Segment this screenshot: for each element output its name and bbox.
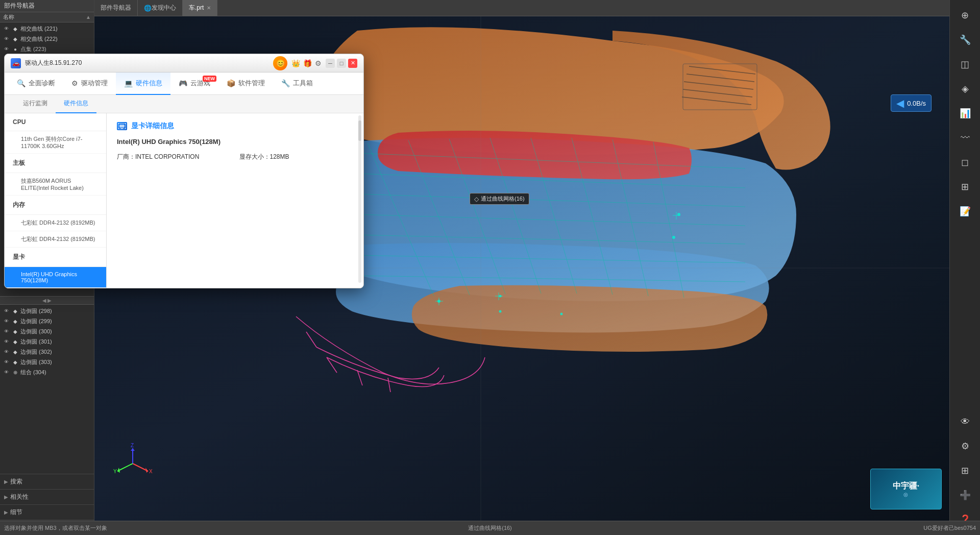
hw-ram-item-2[interactable]: 七彩虹 DDR4-2132 (8192MB) bbox=[5, 231, 106, 248]
nav-diagnosis[interactable]: 🔍 全面诊断 bbox=[9, 72, 63, 95]
svg-marker-45 bbox=[131, 448, 135, 451]
tree-item-303[interactable]: 👁 ◆ 边倒圆 (303) bbox=[0, 357, 94, 367]
nav-driver-mgmt[interactable]: ⚙ 驱动管理 bbox=[63, 72, 116, 95]
subtab-label: 硬件信息 bbox=[64, 99, 88, 108]
manufacturer-row: 厂商：INTEL CORPORATION bbox=[117, 153, 231, 161]
tree-item-label: 边倒圆 (298) bbox=[20, 307, 52, 315]
nav-label: 软件管理 bbox=[238, 79, 265, 88]
nav-cloud-game[interactable]: 🎮 云游戏 NEW bbox=[170, 72, 218, 95]
settings-icon[interactable]: ⚙ bbox=[315, 59, 322, 67]
toolbar-btn-settings[interactable]: ⚙ bbox=[954, 435, 976, 457]
nav-software[interactable]: 📦 软件管理 bbox=[218, 72, 273, 95]
visibility-icon: 👁 bbox=[2, 45, 10, 53]
sidebar-title: 部件导航器 bbox=[4, 2, 35, 10]
maximize-button[interactable]: □ bbox=[337, 59, 346, 68]
toolbar-btn-9[interactable]: 📝 bbox=[954, 200, 976, 223]
nav-label: 驱动管理 bbox=[81, 79, 108, 88]
visibility-icon: 👁 bbox=[2, 25, 10, 33]
tab-parts-navigator[interactable]: 部件导航器 bbox=[94, 0, 138, 16]
toolbar-btn-7[interactable]: ◻ bbox=[954, 151, 976, 174]
speed-value: 0.0B/s bbox=[907, 100, 926, 107]
tab-close-icon[interactable]: ✕ bbox=[207, 5, 211, 11]
hardware-icon: 💻 bbox=[124, 79, 133, 87]
toolbar-btn-add[interactable]: ➕ bbox=[954, 484, 976, 506]
toolbar-btn-4[interactable]: ◈ bbox=[954, 78, 976, 100]
toolbar-btn-eye[interactable]: 👁 bbox=[954, 410, 976, 433]
tree-item-298[interactable]: 👁 ◆ 边倒圆 (298) bbox=[0, 306, 94, 316]
user-avatar[interactable]: 😊 bbox=[273, 56, 287, 70]
driver-navbar: 🔍 全面诊断 ⚙ 驱动管理 💻 硬件信息 🎮 云游戏 NEW 📦 软件管理 🔧 … bbox=[5, 72, 363, 95]
hw-mobo-value: 技嘉B560M AORUS ELITE(Intel Rocket Lake) bbox=[21, 178, 84, 191]
toolbar-btn-3[interactable]: ◫ bbox=[954, 53, 976, 76]
detail-scrollbar[interactable] bbox=[358, 115, 361, 283]
gift-icon[interactable]: 🎁 bbox=[303, 59, 312, 67]
tree-item-label: 边倒圆 (303) bbox=[20, 358, 52, 366]
tree-item-301[interactable]: 👁 ◆ 边倒圆 (301) bbox=[0, 336, 94, 347]
visibility-icon: 👁 bbox=[2, 307, 10, 315]
user-icons: 👑 🎁 ⚙ bbox=[291, 59, 322, 67]
expand-icon: ◆ bbox=[11, 35, 19, 43]
sidebar-header: 部件导航器 bbox=[0, 0, 94, 12]
tree-item-label: 边倒圆 (301) bbox=[20, 338, 52, 346]
scene-tooltip: ◇ 通过曲线网格(16) bbox=[470, 193, 529, 205]
tree-item-0[interactable]: 👁 ◆ 相交曲线 (221) bbox=[0, 23, 94, 34]
svg-text:Z: Z bbox=[131, 443, 134, 448]
coordinate-axes: X Y Z bbox=[112, 443, 153, 484]
svg-point-23 bbox=[499, 310, 502, 313]
hw-gpu[interactable]: 显卡 bbox=[5, 248, 106, 267]
scroll-indicator[interactable]: ◀ ▶ bbox=[42, 298, 52, 303]
toolbar-btn-6[interactable]: 〰 bbox=[954, 127, 976, 149]
expand-icon: ◆ bbox=[11, 358, 19, 366]
status-center-text: 通过曲线网格(16) bbox=[328, 524, 652, 532]
visibility-icon: 👁 bbox=[2, 337, 10, 346]
subtab-hardware-info[interactable]: 硬件信息 bbox=[56, 95, 96, 113]
new-badge: NEW bbox=[203, 76, 216, 82]
driver-title: 驱动人生8.15.91.270 bbox=[25, 59, 269, 67]
tree-item-302[interactable]: 👁 ◆ 边倒圆 (302) bbox=[0, 347, 94, 357]
tree-item-2[interactable]: 👁 ● 点集 (223) bbox=[0, 44, 94, 54]
arrow-icon: ▶ bbox=[4, 494, 8, 500]
ad-widget[interactable]: 中宇疆· ◎ bbox=[870, 469, 942, 509]
bottom-tree: 👁 ◆ 边倒圆 (298) 👁 ◆ 边倒圆 (299) 👁 ◆ 边倒圆 (300… bbox=[0, 305, 94, 474]
hw-ram-item-1[interactable]: 七彩虹 DDR4-2132 (8192MB) bbox=[5, 215, 106, 231]
driver-window: 🚗 驱动人生8.15.91.270 😊 👑 🎁 ⚙ ─ □ ✕ 🔍 全面诊断 bbox=[4, 54, 364, 288]
hw-cpu-item[interactable]: 11th Gen 英特尔Core i7-11700K 3.60GHz bbox=[5, 131, 106, 154]
svg-rect-51 bbox=[121, 128, 123, 129]
hw-mobo-label: 主板 bbox=[13, 159, 29, 167]
hw-cpu[interactable]: CPU bbox=[5, 113, 106, 131]
toolbar-btn-8[interactable]: ⊞ bbox=[954, 176, 976, 198]
hw-ram[interactable]: 内存 bbox=[5, 196, 106, 215]
tree-item-300[interactable]: 👁 ◆ 边倒圆 (300) bbox=[0, 326, 94, 336]
svg-text:X: X bbox=[149, 469, 153, 474]
tree-item-299[interactable]: 👁 ◆ 边倒圆 (299) bbox=[0, 316, 94, 326]
status-bar: 选择对象并使用 MB3，或者双击某一对象 通过曲线网格(16) UG爱好者己be… bbox=[0, 521, 980, 535]
nx-tabbar: 部件导航器 🌐 发现中心 车.prt ✕ bbox=[94, 0, 949, 16]
tree-item-304[interactable]: 👁 ⊕ 组合 (304) bbox=[0, 367, 94, 377]
nav-toolbox[interactable]: 🔧 工具箱 bbox=[273, 72, 321, 95]
expand-related[interactable]: ▶ 相关性 bbox=[0, 489, 94, 504]
hw-mobo[interactable]: 主板 bbox=[5, 154, 106, 173]
status-left-text: 选择对象并使用 MB3，或者双击某一对象 bbox=[4, 524, 328, 532]
tab-car-prt[interactable]: 车.prt ✕ bbox=[183, 0, 217, 16]
expand-detail[interactable]: ▶ 细节 bbox=[0, 504, 94, 520]
diagnosis-icon: 🔍 bbox=[17, 79, 26, 87]
widget-sub-text: ◎ bbox=[893, 492, 919, 497]
driver-icon: ⚙ bbox=[71, 79, 78, 87]
hw-mobo-item[interactable]: 技嘉B560M AORUS ELITE(Intel Rocket Lake) bbox=[5, 173, 106, 196]
subtab-monitoring[interactable]: 运行监测 bbox=[15, 95, 56, 113]
toolbar-btn-2[interactable]: 🔧 bbox=[954, 29, 976, 51]
tab-discovery-center[interactable]: 🌐 发现中心 bbox=[138, 0, 183, 16]
minimize-button[interactable]: ─ bbox=[326, 59, 335, 68]
crown-icon[interactable]: 👑 bbox=[291, 59, 300, 67]
hw-gpu-item[interactable]: Intel(R) UHD Graphics 750(128M) bbox=[5, 267, 106, 288]
expand-search[interactable]: ▶ 搜索 bbox=[0, 474, 94, 489]
nav-hardware[interactable]: 💻 硬件信息 bbox=[116, 72, 170, 95]
nav-label: 硬件信息 bbox=[136, 79, 162, 88]
close-button[interactable]: ✕ bbox=[348, 59, 357, 68]
toolbar-btn-1[interactable]: ⊕ bbox=[954, 4, 976, 27]
visibility-icon: 👁 bbox=[2, 35, 10, 43]
toolbar-btn-grid[interactable]: ⊞ bbox=[954, 459, 976, 482]
software-icon: 📦 bbox=[227, 79, 235, 87]
tree-item-1[interactable]: 👁 ◆ 相交曲线 (222) bbox=[0, 34, 94, 44]
toolbar-btn-5[interactable]: 📊 bbox=[954, 102, 976, 125]
